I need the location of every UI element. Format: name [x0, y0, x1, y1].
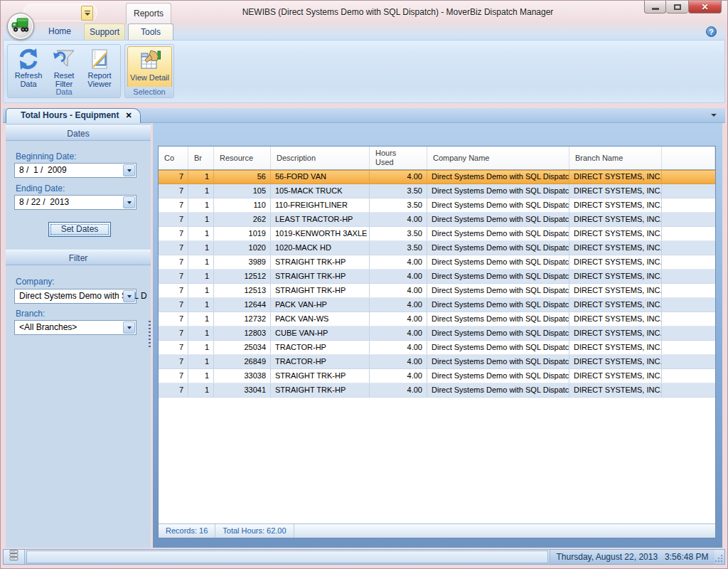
table-cell: Direct Systems Demo with SQL Dispatch [427, 355, 569, 368]
table-cell: 7 [159, 213, 188, 226]
table-row[interactable]: 7112803CUBE VAN-HP4.00Direct Systems Dem… [159, 326, 715, 341]
table-row[interactable]: 7112732PACK VAN-WS4.00Direct Systems Dem… [159, 312, 715, 326]
column-header[interactable]: Resource [214, 147, 271, 169]
truck-icon [11, 17, 30, 36]
table-cell: Direct Systems Demo with SQL Dispatch [427, 298, 569, 312]
tab-close-icon[interactable]: ✕ [125, 109, 132, 122]
column-header[interactable]: Company Name [427, 147, 569, 169]
column-header[interactable]: Co [159, 147, 188, 169]
company-combobox[interactable]: Direct Systems Demo with SQL D [14, 289, 136, 304]
help-icon[interactable]: ? [706, 26, 717, 37]
refresh-icon [17, 48, 40, 70]
table-cell: 110 [214, 198, 271, 212]
reset-filter-button[interactable]: Reset Filter [46, 47, 82, 88]
column-header[interactable]: Branch Name [569, 147, 662, 169]
button-label: Refresh Data [11, 71, 46, 88]
minimize-button[interactable] [644, 1, 666, 14]
sidebar: Dates Beginning Date: 8 / 1 / 2009 Endin… [6, 123, 151, 548]
ending-date-label: Ending Date: [16, 184, 65, 193]
table-cell: 1 [188, 227, 214, 240]
sidebar-splitter-handle[interactable] [149, 321, 151, 348]
table-row[interactable]: 7112512STRAIGHT TRK-HP4.00Direct Systems… [159, 270, 715, 284]
ending-date-input[interactable]: 8 / 22 / 2013 [14, 195, 136, 210]
chevron-down-icon [127, 169, 132, 172]
table-cell: Direct Systems Demo with SQL Dispatch [427, 341, 569, 354]
table-cell: 7 [159, 270, 188, 283]
resize-grip[interactable] [714, 550, 724, 564]
refresh-data-button[interactable]: Refresh Data [11, 47, 46, 88]
status-message-panel [26, 551, 548, 563]
table-cell: 105-MACK TRUCK [271, 184, 370, 198]
column-header[interactable]: Description [271, 147, 370, 169]
table-row[interactable]: 7126849TRACTOR-HP4.00Direct Systems Demo… [159, 355, 715, 369]
view-detail-button[interactable]: View Detail [127, 46, 172, 89]
overline-icon [85, 11, 90, 11]
quick-access-dropdown-button[interactable] [81, 6, 93, 21]
filter-section-header[interactable]: Filter [6, 250, 151, 265]
tab-support[interactable]: Support [84, 23, 125, 40]
branch-dropdown-button[interactable] [123, 321, 135, 334]
table-cell: 7 [159, 312, 188, 326]
tab-list-dropdown-icon[interactable] [711, 114, 717, 117]
application-button[interactable] [7, 13, 34, 40]
table-cell: 7 [159, 255, 188, 269]
column-header[interactable]: Hours Used [370, 147, 427, 169]
beginning-date-dropdown-button[interactable] [123, 164, 135, 176]
table-row[interactable]: 7133041STRAIGHT TRK-HP4.00Direct Systems… [159, 383, 715, 398]
ending-date-dropdown-button[interactable] [123, 196, 135, 208]
close-button[interactable]: ✕ [688, 1, 722, 14]
table-cell: 12732 [214, 312, 271, 326]
dates-section-header[interactable]: Dates [6, 125, 151, 141]
table-cell: DIRECT SYSTEMS, INC. [569, 341, 662, 354]
table-row[interactable]: 715656-FORD VAN4.00Direct Systems Demo w… [159, 170, 715, 184]
tab-home[interactable]: Home [37, 23, 82, 40]
table-row[interactable]: 71262LEAST TRACTOR-HP4.00Direct Systems … [159, 213, 715, 227]
branch-combobox[interactable]: <All Branches> [14, 320, 136, 335]
table-cell: 1 [188, 298, 214, 312]
table-cell: 56 [214, 171, 271, 184]
table-row[interactable]: 7112644PACK VAN-HP4.00Direct Systems Dem… [159, 298, 715, 312]
beginning-date-input[interactable]: 8 / 1 / 2009 [14, 163, 136, 178]
table-cell: STRAIGHT TRK-HP [271, 270, 370, 283]
report-viewer-button[interactable]: Report Viewer [82, 47, 117, 88]
table-cell: 4.00 [370, 369, 427, 383]
table-cell: 7 [159, 355, 188, 368]
table-cell: PACK VAN-WS [271, 312, 370, 326]
table-cell [662, 227, 715, 240]
table-cell: 1 [188, 241, 214, 255]
table-row[interactable]: 7110191019-KENWORTH 3AXLE3.50Direct Syst… [159, 227, 715, 241]
table-cell: Direct Systems Demo with SQL Dispatch [427, 326, 569, 340]
table-cell: 4.00 [370, 312, 427, 326]
ending-date-value: 8 / 22 / 2013 [19, 196, 69, 209]
table-row[interactable]: 7133038STRAIGHT TRK-HP4.00Direct Systems… [159, 369, 715, 383]
table-row[interactable]: 71110110-FREIGHTLINER3.50Direct Systems … [159, 198, 715, 213]
table-cell: 4.00 [370, 355, 427, 368]
table-row[interactable]: 713989STRAIGHT TRK-HP4.00Direct Systems … [159, 255, 715, 270]
document-tab-total-hours-equipment[interactable]: Total Hours - Equipment✕ [6, 108, 141, 123]
table-cell: 110-FREIGHTLINER [271, 198, 370, 212]
table-cell: 1019 [214, 227, 271, 240]
tab-tools[interactable]: Tools [128, 23, 173, 40]
table-cell: STRAIGHT TRK-HP [271, 369, 370, 383]
company-label: Company: [16, 277, 55, 287]
ribbon-group-label-selection: Selection [125, 87, 173, 97]
table-row[interactable]: 7110201020-MACK HD3.50Direct Systems Dem… [159, 241, 715, 255]
contextual-tab-group-reports[interactable]: Reports [126, 3, 171, 24]
set-dates-button[interactable]: Set Dates [48, 222, 111, 237]
table-row[interactable]: 71105105-MACK TRUCK3.50Direct Systems De… [159, 184, 715, 198]
table-row[interactable]: 7112513STRAIGHT TRK-HP4.00Direct Systems… [159, 284, 715, 298]
maximize-button[interactable] [666, 1, 688, 14]
beginning-date-label: Beginning Date: [16, 151, 76, 161]
table-cell: 1 [188, 255, 214, 269]
table-row[interactable]: 7125034TRACTOR-HP4.00Direct Systems Demo… [159, 341, 715, 355]
table-cell: 3.50 [370, 198, 427, 212]
table-cell: DIRECT SYSTEMS, INC. [569, 326, 662, 340]
column-header[interactable]: Br [188, 147, 214, 169]
company-dropdown-button[interactable] [123, 290, 135, 302]
ribbon-group-label-data: Data [8, 87, 120, 97]
table-cell: 7 [159, 326, 188, 340]
table-cell [662, 198, 715, 212]
column-header[interactable] [662, 147, 715, 169]
table-cell: DIRECT SYSTEMS, INC. [569, 312, 662, 326]
window-controls: ✕ [644, 1, 722, 14]
